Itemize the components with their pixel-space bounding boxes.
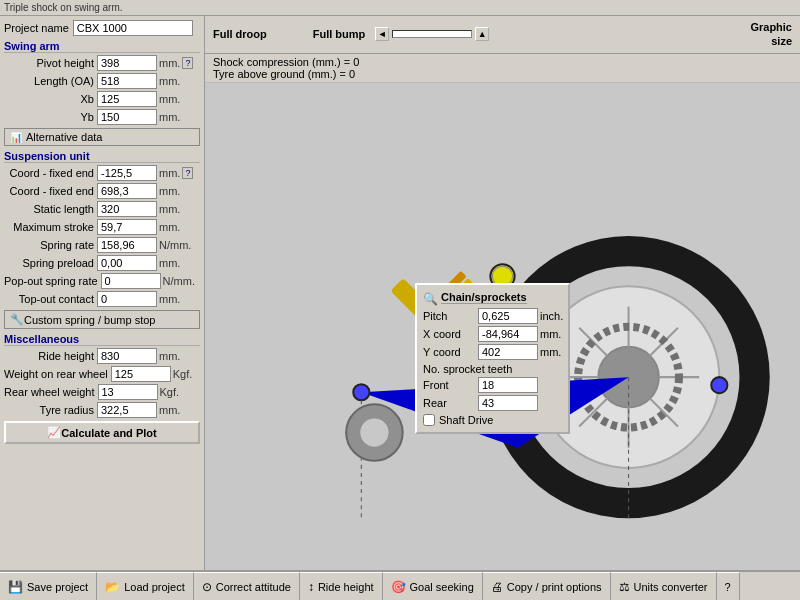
- chain-y-label: Y coord: [423, 346, 478, 358]
- load-icon: 📂: [105, 580, 120, 594]
- pivot-height-input[interactable]: [97, 55, 157, 71]
- rear-wheel-label: Rear wheel weight: [4, 386, 95, 398]
- copy-label: Copy / print options: [507, 581, 602, 593]
- rear-teeth-label: Rear: [423, 397, 478, 409]
- spring-rate-label: Spring rate: [4, 239, 94, 251]
- rear-wheel-unit: Kgf.: [160, 386, 180, 398]
- static-length-row: Static length mm.: [4, 201, 200, 217]
- pop-out-row: Pop-out spring rate N/mm.: [4, 273, 200, 289]
- ride-height-button[interactable]: ↕ Ride height: [300, 572, 383, 600]
- max-stroke-input[interactable]: [97, 219, 157, 235]
- units-label: Units converter: [634, 581, 708, 593]
- chain-popup-header: 🔍 Chain/sprockets: [423, 291, 562, 308]
- chain-y-input[interactable]: [478, 344, 538, 360]
- chain-x-input[interactable]: [478, 326, 538, 342]
- save-icon: 💾: [8, 580, 23, 594]
- slider-track[interactable]: [392, 30, 472, 38]
- coord-x-help[interactable]: ?: [182, 167, 193, 179]
- max-stroke-unit: mm.: [159, 221, 180, 233]
- max-stroke-label: Maximum stroke: [4, 221, 94, 233]
- spring-preload-input[interactable]: [97, 255, 157, 271]
- correct-button[interactable]: ⊙ Correct attitude: [194, 572, 300, 600]
- main-container: Triple shock on swing arm. Project name …: [0, 0, 800, 600]
- load-label: Load project: [124, 581, 185, 593]
- length-oa-row: Length (OA) mm.: [4, 73, 200, 89]
- chain-title: Chain/sprockets: [441, 291, 527, 304]
- ride-height-row: Ride height mm.: [4, 348, 200, 364]
- coord-y-input[interactable]: [97, 183, 157, 199]
- pop-out-input[interactable]: [101, 273, 161, 289]
- calc-label: Calculate and Plot: [61, 427, 156, 439]
- top-out-row: Top-out contact mm.: [4, 291, 200, 307]
- pivot-height-unit: mm.: [159, 57, 180, 69]
- shaft-drive-label: Shaft Drive: [439, 414, 493, 426]
- chain-search-icon[interactable]: 🔍: [423, 292, 438, 306]
- static-length-input[interactable]: [97, 201, 157, 217]
- chain-pitch-row: Pitch inch.: [423, 308, 562, 324]
- tyre-radius-label: Tyre radius: [4, 404, 94, 416]
- load-button[interactable]: 📂 Load project: [97, 572, 194, 600]
- xb-label: Xb: [4, 93, 94, 105]
- alt-data-button[interactable]: 📊 Alternative data: [4, 128, 200, 146]
- save-button[interactable]: 💾 Save project: [0, 572, 97, 600]
- custom-spring-button[interactable]: 🔧 Custom spring / bump stop: [4, 310, 200, 329]
- project-label: Project name: [4, 22, 69, 34]
- coord-x-input[interactable]: [97, 165, 157, 181]
- units-icon: ⚖: [619, 580, 630, 594]
- static-length-label: Static length: [4, 203, 94, 215]
- save-label: Save project: [27, 581, 88, 593]
- front-sprocket-inner: [360, 418, 388, 446]
- length-oa-input[interactable]: [97, 73, 157, 89]
- swing-arm-title: Swing arm: [4, 40, 200, 53]
- front-teeth-label: Front: [423, 379, 478, 391]
- yb-row: Yb mm.: [4, 109, 200, 125]
- visualization: 🔍 Chain/sprockets Pitch inch. X coord mm…: [205, 83, 800, 570]
- suspension-title: Suspension unit: [4, 150, 200, 163]
- tyre-radius-unit: mm.: [159, 404, 180, 416]
- rear-teeth-input[interactable]: [478, 395, 538, 411]
- shaft-drive-checkbox[interactable]: [423, 414, 435, 426]
- copy-print-button[interactable]: 🖨 Copy / print options: [483, 572, 611, 600]
- top-controls: Full droop Full bump ◄ ▲ Graphic size: [205, 16, 800, 54]
- coord-y-row: Coord - fixed end mm.: [4, 183, 200, 199]
- slider-area: ◄ ▲: [375, 27, 489, 41]
- project-name-input[interactable]: [73, 20, 193, 36]
- shock-compression-text: Shock compression (mm.) = 0: [213, 56, 792, 68]
- static-length-unit: mm.: [159, 203, 180, 215]
- slider-left-btn[interactable]: ◄: [375, 27, 389, 41]
- slider-right-btn[interactable]: ▲: [475, 27, 489, 41]
- custom-spring-icon: 🔧: [10, 313, 24, 326]
- spring-preload-row: Spring preload mm.: [4, 255, 200, 271]
- units-button[interactable]: ⚖ Units converter: [611, 572, 717, 600]
- spring-preload-label: Spring preload: [4, 257, 94, 269]
- weight-rear-input[interactable]: [111, 366, 171, 382]
- help-button[interactable]: ?: [717, 572, 740, 600]
- goal-seeking-button[interactable]: 🎯 Goal seeking: [383, 572, 483, 600]
- length-oa-label: Length (OA): [4, 75, 94, 87]
- tyre-radius-row: Tyre radius mm.: [4, 402, 200, 418]
- weight-rear-row: Weight on rear wheel Kgf.: [4, 366, 200, 382]
- window-title: Triple shock on swing arm.: [4, 2, 123, 13]
- rear-wheel-input[interactable]: [98, 384, 158, 400]
- chain-pitch-input[interactable]: [478, 308, 538, 324]
- chain-y-unit: mm.: [540, 346, 561, 358]
- pivot-height-help[interactable]: ?: [182, 57, 193, 69]
- calculate-button[interactable]: 📈 Calculate and Plot: [4, 421, 200, 444]
- ride-height-input[interactable]: [97, 348, 157, 364]
- spring-rate-input[interactable]: [97, 237, 157, 253]
- title-bar: Triple shock on swing arm.: [0, 0, 800, 16]
- yb-label: Yb: [4, 111, 94, 123]
- yb-input[interactable]: [97, 109, 157, 125]
- ride-height-label: Ride height: [318, 581, 374, 593]
- alt-data-icon: 📊: [10, 132, 22, 143]
- top-out-label: Top-out contact: [4, 293, 94, 305]
- rear-wheel-row: Rear wheel weight Kgf.: [4, 384, 200, 400]
- front-teeth-input[interactable]: [478, 377, 538, 393]
- top-out-input[interactable]: [97, 291, 157, 307]
- full-droop-label: Full droop: [213, 28, 267, 40]
- right-panel: Full droop Full bump ◄ ▲ Graphic size Sh…: [205, 16, 800, 570]
- tyre-radius-input[interactable]: [97, 402, 157, 418]
- spring-rate-row: Spring rate N/mm.: [4, 237, 200, 253]
- xb-input[interactable]: [97, 91, 157, 107]
- pop-out-label: Pop-out spring rate: [4, 275, 98, 287]
